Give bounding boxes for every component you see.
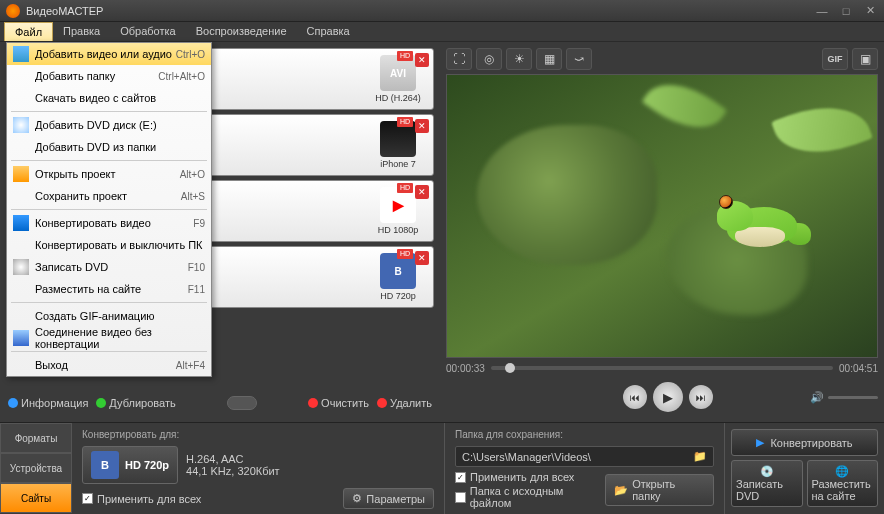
- next-button[interactable]: ⏭: [689, 385, 713, 409]
- delete-button[interactable]: Удалить: [377, 397, 432, 409]
- menu-shortcut: Ctrl+Alt+O: [158, 71, 205, 82]
- menu-item[interactable]: Записать DVDF10: [7, 256, 211, 278]
- menu-shortcut: Ctrl+O: [176, 49, 205, 60]
- menu-shortcut: Alt+F4: [176, 360, 205, 371]
- source-folder-checkbox[interactable]: Папка с исходным файлом: [455, 485, 605, 509]
- menu-item[interactable]: Добавить папкуCtrl+Alt+O: [7, 65, 211, 87]
- play-button[interactable]: ▶: [653, 382, 683, 412]
- apply-all-save-checkbox[interactable]: ✓Применить для всех: [455, 471, 605, 483]
- merge-icon: [13, 330, 29, 346]
- prev-button[interactable]: ⏮: [623, 385, 647, 409]
- hd-badge: HD: [397, 51, 413, 61]
- remove-file-button[interactable]: ✕: [415, 119, 429, 133]
- menu-shortcut: Alt+S: [181, 191, 205, 202]
- folder-icon[interactable]: 📁: [693, 450, 707, 463]
- menu-item[interactable]: Добавить DVD диск (E:): [7, 114, 211, 136]
- menu-file[interactable]: Файл: [4, 22, 53, 41]
- format-selector[interactable]: B HD 720p: [82, 446, 178, 484]
- crop-icon[interactable]: ⛶: [446, 48, 472, 70]
- menu-item[interactable]: Конвертировать видеоF9: [7, 212, 211, 234]
- video-preview[interactable]: [446, 74, 878, 358]
- hd-badge: HD: [397, 117, 413, 127]
- info-button[interactable]: Информация: [8, 397, 88, 409]
- params-button[interactable]: ⚙Параметры: [343, 488, 434, 509]
- format-label: iPhone 7: [380, 159, 416, 169]
- bottom-panel: Форматы Устройства Сайты Конвертировать …: [0, 422, 884, 514]
- menu-help[interactable]: Справка: [297, 22, 360, 41]
- menu-item[interactable]: Создать GIF-анимацию: [7, 305, 211, 327]
- list-actions: Информация Дублировать Очистить Удалить: [6, 390, 434, 416]
- hd-badge: HD: [397, 183, 413, 193]
- close-button[interactable]: ✕: [862, 4, 878, 18]
- clear-button[interactable]: Очистить: [308, 397, 369, 409]
- menubar: Файл Правка Обработка Воспроизведение Сп…: [0, 22, 884, 42]
- format-label: HD (H.264): [375, 93, 421, 103]
- tab-formats[interactable]: Форматы: [0, 423, 72, 453]
- menu-item-label: Выход: [35, 359, 176, 371]
- dvd-icon: [13, 117, 29, 133]
- menu-item[interactable]: Скачать видео с сайтов: [7, 87, 211, 109]
- tab-sites[interactable]: Сайты: [0, 483, 72, 513]
- seek-thumb[interactable]: [505, 363, 515, 373]
- enhance-icon[interactable]: ☀: [506, 48, 532, 70]
- maximize-button[interactable]: □: [838, 4, 854, 18]
- menu-process[interactable]: Обработка: [110, 22, 185, 41]
- menu-edit[interactable]: Правка: [53, 22, 110, 41]
- menu-item[interactable]: Конвертировать и выключить ПК: [7, 234, 211, 256]
- menu-item[interactable]: Добавить видео или аудиоCtrl+O: [7, 43, 211, 65]
- menu-item[interactable]: Открыть проектAlt+O: [7, 163, 211, 185]
- window-title: ВидеоМАСТЕР: [26, 5, 814, 17]
- fullscreen-icon[interactable]: ▣: [852, 48, 878, 70]
- format-label: HD 720p: [380, 291, 416, 301]
- menu-item[interactable]: Разместить на сайтеF11: [7, 278, 211, 300]
- menu-item-label: Сохранить проект: [35, 190, 181, 202]
- format-tabs: Форматы Устройства Сайты: [0, 423, 72, 514]
- menu-item-label: Добавить DVD диск (E:): [35, 119, 205, 131]
- remove-file-button[interactable]: ✕: [415, 251, 429, 265]
- minimize-button[interactable]: —: [814, 4, 830, 18]
- remove-file-button[interactable]: ✕: [415, 185, 429, 199]
- menu-item[interactable]: Сохранить проектAlt+S: [7, 185, 211, 207]
- vk-icon: B: [91, 451, 119, 479]
- globe-icon: 🌐: [835, 465, 849, 478]
- menu-item-label: Конвертировать видео: [35, 217, 193, 229]
- seek-track[interactable]: [491, 366, 833, 370]
- gif-button[interactable]: GIF: [822, 48, 848, 70]
- open-folder-button[interactable]: 📂Открыть папку: [605, 474, 714, 506]
- toggle-switch[interactable]: [227, 396, 257, 410]
- menu-item-label: Добавить папку: [35, 70, 158, 82]
- action-panel: ▶Конвертировать 💿Записать DVD 🌐Разместит…: [724, 423, 884, 514]
- blank-icon: [13, 357, 29, 373]
- apply-all-checkbox[interactable]: ✓Применить для всех: [82, 493, 201, 505]
- dvd-write-icon: [13, 259, 29, 275]
- video-toolbar: ⛶ ◎ ☀ ▦ ⤻ GIF ▣: [446, 48, 878, 70]
- volume-icon[interactable]: 🔊: [810, 391, 824, 404]
- menu-item-label: Соединение видео без конвертации: [35, 326, 205, 350]
- titlebar: ВидеоМАСТЕР — □ ✕: [0, 0, 884, 22]
- menu-item-label: Разместить на сайте: [35, 283, 188, 295]
- volume-slider[interactable]: [828, 396, 878, 399]
- convert-label: Конвертировать для:: [82, 429, 434, 440]
- menu-item-label: Создать GIF-анимацию: [35, 310, 205, 322]
- menu-playback[interactable]: Воспроизведение: [186, 22, 297, 41]
- folder-icon: [13, 166, 29, 182]
- convert-button[interactable]: ▶Конвертировать: [731, 429, 878, 456]
- effects-icon[interactable]: ◎: [476, 48, 502, 70]
- folder-open-icon: 📂: [614, 484, 628, 497]
- blank-icon: [13, 237, 29, 253]
- menu-shortcut: F10: [188, 262, 205, 273]
- publish-site-button[interactable]: 🌐Разместить на сайте: [807, 460, 879, 507]
- burn-dvd-button[interactable]: 💿Записать DVD: [731, 460, 803, 507]
- text-icon[interactable]: ▦: [536, 48, 562, 70]
- playback-controls: ⏮ ▶ ⏭ 🔊: [446, 378, 878, 416]
- add-media-icon: [13, 46, 29, 62]
- remove-file-button[interactable]: ✕: [415, 53, 429, 67]
- menu-item[interactable]: Добавить DVD из папки: [7, 136, 211, 158]
- duplicate-button[interactable]: Дублировать: [96, 397, 175, 409]
- save-label: Папка для сохранения:: [455, 429, 714, 440]
- tab-devices[interactable]: Устройства: [0, 453, 72, 483]
- menu-item[interactable]: Соединение видео без конвертации: [7, 327, 211, 349]
- menu-item[interactable]: ВыходAlt+F4: [7, 354, 211, 376]
- speed-icon[interactable]: ⤻: [566, 48, 592, 70]
- save-path-field[interactable]: C:\Users\Manager\Videos\ 📁: [455, 446, 714, 467]
